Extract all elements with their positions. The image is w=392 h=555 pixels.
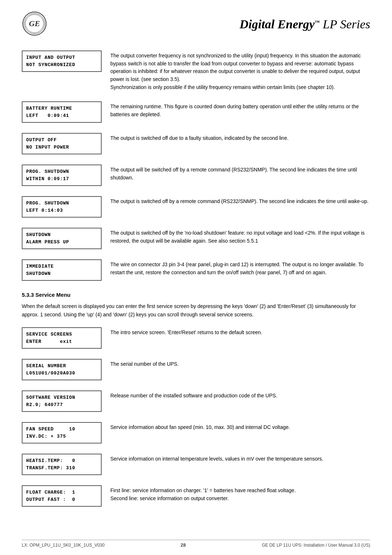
footer-right: GE DE LP 11U UPS: Installation / User Ma…	[262, 543, 370, 548]
alarm-row-2: OUTPUT OFF NO INPUT POWERThe output is s…	[22, 133, 370, 154]
footer-left: LX: OPM_LPU_11U_5K0_10K_1US_V030	[22, 543, 105, 548]
footer-page-number: 28	[181, 542, 186, 548]
lcd-display-2: OUTPUT OFF NO INPUT POWER	[22, 133, 102, 154]
service-lcd-display-1: SERIAL NUMBER L051U01/0020A030	[22, 359, 102, 380]
footer: LX: OPM_LPU_11U_5K0_10K_1US_V030 28 GE D…	[22, 540, 370, 548]
alarm-row-1: BATTERY RUNTIME LEFT 0:09:41The remainin…	[22, 101, 370, 123]
service-display-table: SERVICE SCREENS ENTER exitThe intro serv…	[22, 327, 370, 507]
header: GE Digital Energy™ LP Series	[22, 11, 370, 38]
alarm-row-5: SHUTDOWN ALARM PRESS UPThe output is swi…	[22, 228, 370, 249]
service-row-0: SERVICE SCREENS ENTER exitThe intro serv…	[22, 327, 370, 349]
description-4: The output is switched off by a remote c…	[110, 196, 370, 206]
service-lcd-display-3: FAN SPEED 10 INV.DC: + 375	[22, 422, 102, 443]
section-heading: 5.3.3 Service Menu	[22, 292, 370, 298]
page-title: Digital Energy™ LP Series	[240, 17, 370, 31]
lcd-display-3: PROG. SHUTDOWN WITHIN 0:09:17	[22, 165, 102, 186]
service-row-4: HEATSI.TEMP: 0 TRANSF.TEMP: 310Service i…	[22, 454, 370, 475]
lcd-display-1: BATTERY RUNTIME LEFT 0:09:41	[22, 101, 102, 123]
description-1: The remaining runtime. This figure is co…	[110, 101, 370, 118]
lcd-display-0: INPUT AND OUTPUT NOT SYNCHRONIZED	[22, 50, 102, 72]
description-3: The output will be switched off by a rem…	[110, 165, 370, 182]
section-533: 5.3.3 Service Menu When the default scre…	[22, 292, 370, 319]
service-description-1: The serial number of the UPS.	[110, 359, 370, 368]
service-lcd-display-4: HEATSI.TEMP: 0 TRANSF.TEMP: 310	[22, 454, 102, 475]
service-lcd-display-0: SERVICE SCREENS ENTER exit	[22, 327, 102, 349]
description-6: The wire on connector J3 pin 3-4 (rear p…	[110, 259, 370, 276]
service-row-3: FAN SPEED 10 INV.DC: + 375Service inform…	[22, 422, 370, 443]
service-description-2: Release number of the installed software…	[110, 390, 370, 400]
brand-name: Digital Energy	[240, 17, 315, 31]
series-name: LP Series	[320, 17, 370, 31]
lcd-display-4: PROG. SHUTDOWN LEFT 0:14:03	[22, 196, 102, 218]
alarm-row-0: INPUT AND OUTPUT NOT SYNCHRONIZEDThe out…	[22, 50, 370, 91]
alarm-row-3: PROG. SHUTDOWN WITHIN 0:09:17The output …	[22, 165, 370, 186]
alarm-row-4: PROG. SHUTDOWN LEFT 0:14:03The output is…	[22, 196, 370, 218]
lcd-display-5: SHUTDOWN ALARM PRESS UP	[22, 228, 102, 249]
service-lcd-display-2: SOFTWARE VERSION R2.9; 640777	[22, 390, 102, 412]
svg-text:GE: GE	[29, 19, 40, 28]
service-description-0: The intro service screen. 'Enter/Reset' …	[110, 327, 370, 337]
service-row-5: FLOAT CHARGE: 1 OUTPUT FAST : 0First lin…	[22, 485, 370, 507]
ge-logo: GE	[22, 11, 47, 38]
alarm-row-6: IMMEDIATE SHUTDOWNThe wire on connector …	[22, 259, 370, 281]
alarm-display-table: INPUT AND OUTPUT NOT SYNCHRONIZEDThe out…	[22, 50, 370, 281]
service-row-2: SOFTWARE VERSION R2.9; 640777Release num…	[22, 390, 370, 412]
section-intro: When the default screen is displayed you…	[22, 302, 370, 319]
service-lcd-display-5: FLOAT CHARGE: 1 OUTPUT FAST : 0	[22, 485, 102, 507]
lcd-display-6: IMMEDIATE SHUTDOWN	[22, 259, 102, 281]
service-description-4: Service information on internal temperat…	[110, 454, 370, 463]
trademark-symbol: ™	[315, 20, 320, 25]
description-5: The output is switched off by the 'no-lo…	[110, 228, 370, 245]
service-row-1: SERIAL NUMBER L051U01/0020A030The serial…	[22, 359, 370, 380]
description-2: The output is switched off due to a faul…	[110, 133, 370, 142]
service-description-3: Service information about fan speed (min…	[110, 422, 370, 432]
service-description-5: First line: service information on charg…	[110, 485, 370, 502]
page: GE Digital Energy™ LP Series INPUT AND O…	[0, 0, 392, 555]
description-0: The output converter frequency is not sy…	[110, 50, 370, 91]
